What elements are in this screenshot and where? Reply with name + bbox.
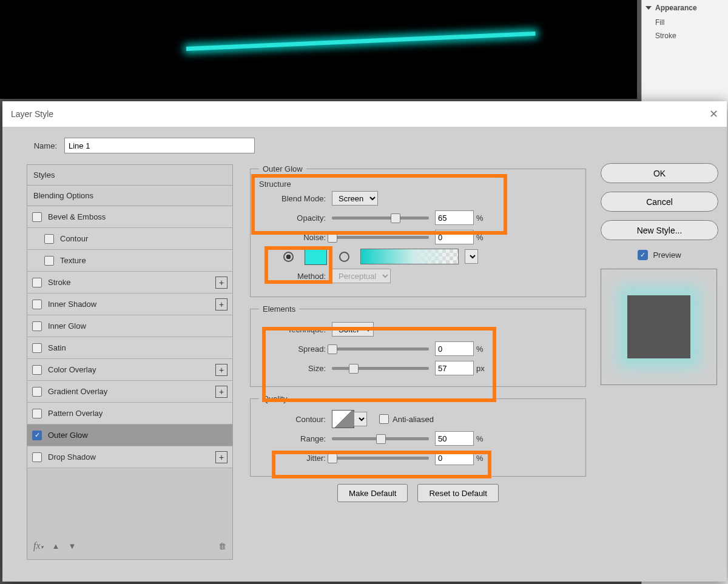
blend-mode-label: Blend Mode:	[259, 194, 332, 203]
layer-style-dialog: Layer Style ✕ Name: Styles Blending Opti…	[2, 101, 727, 582]
contour-thumbnail[interactable]	[332, 410, 354, 428]
checkbox-icon[interactable]	[32, 321, 42, 331]
opacity-label: Opacity:	[259, 213, 332, 223]
new-style-button[interactable]: New Style...	[601, 220, 718, 240]
color-radio[interactable]	[283, 252, 294, 262]
styles-header[interactable]: Styles	[27, 165, 232, 186]
noise-input[interactable]	[435, 230, 474, 244]
structure-legend: Structure	[259, 180, 291, 189]
opacity-input[interactable]	[435, 210, 474, 225]
make-default-button[interactable]: Make Default	[337, 484, 408, 502]
style-outer-glow[interactable]: ✓Outer Glow	[27, 425, 232, 446]
style-gradient-overlay[interactable]: Gradient Overlay+	[27, 381, 232, 403]
gradient-radio[interactable]	[339, 252, 349, 262]
layer-name-input[interactable]	[64, 138, 255, 153]
antialias-checkbox[interactable]	[379, 414, 389, 424]
trash-icon[interactable]: 🗑	[218, 542, 226, 551]
checkbox-icon[interactable]	[44, 234, 54, 244]
checkbox-icon[interactable]	[32, 452, 42, 462]
plus-icon[interactable]: +	[215, 298, 228, 310]
checkbox-icon[interactable]	[32, 212, 42, 222]
style-texture[interactable]: Texture	[27, 250, 232, 272]
technique-label: Technique:	[259, 325, 332, 334]
chevron-down-icon	[645, 6, 652, 10]
range-input[interactable]	[435, 431, 474, 446]
style-drop-shadow[interactable]: Drop Shadow+	[27, 446, 232, 468]
styles-list-panel: Styles Blending Options Bevel & Emboss C…	[27, 164, 233, 560]
style-contour[interactable]: Contour	[27, 228, 232, 250]
size-input[interactable]	[435, 361, 474, 375]
document-canvas	[0, 0, 637, 99]
arrow-up-icon[interactable]: ▲	[52, 542, 60, 551]
checkbox-icon[interactable]	[32, 365, 42, 375]
range-slider[interactable]	[332, 437, 429, 440]
jitter-label: Jitter:	[259, 454, 332, 463]
checkbox-icon[interactable]	[32, 278, 42, 287]
glow-gradient-bar[interactable]	[360, 249, 459, 264]
spread-input[interactable]	[435, 341, 474, 356]
reset-default-button[interactable]: Reset to Default	[417, 484, 499, 502]
close-icon[interactable]: ✕	[709, 101, 718, 127]
checkbox-icon[interactable]	[32, 409, 42, 418]
blending-options-header[interactable]: Blending Options	[27, 186, 232, 206]
ok-button[interactable]: OK	[601, 163, 718, 183]
checkbox-icon[interactable]	[32, 300, 42, 309]
style-bevel-emboss[interactable]: Bevel & Emboss	[27, 206, 232, 228]
jitter-slider[interactable]	[332, 457, 429, 460]
preview-checkbox[interactable]: ✓	[638, 250, 648, 260]
technique-select[interactable]: Softer	[332, 322, 374, 337]
preview-label: Preview	[653, 250, 681, 260]
checkbox-icon[interactable]	[44, 256, 54, 266]
method-label: Method:	[259, 272, 332, 281]
style-satin[interactable]: Satin	[27, 337, 232, 359]
contour-label: Contour:	[259, 415, 332, 424]
checkbox-icon[interactable]: ✓	[32, 431, 42, 440]
spread-label: Spread:	[259, 344, 332, 354]
fx-icon[interactable]: fx▾	[33, 540, 44, 551]
name-label: Name:	[21, 141, 57, 150]
style-inner-shadow[interactable]: Inner Shadow+	[27, 294, 232, 315]
glow-color-swatch[interactable]	[305, 248, 327, 265]
appearance-header: Appearance	[655, 4, 697, 12]
plus-icon[interactable]: +	[215, 364, 228, 376]
antialias-label: Anti-aliased	[393, 415, 434, 424]
arrow-down-icon[interactable]: ▼	[68, 542, 76, 551]
size-slider[interactable]	[332, 367, 429, 370]
dialog-title: Layer Style	[11, 101, 53, 127]
contour-dropdown[interactable]	[354, 412, 367, 426]
plus-icon[interactable]: +	[215, 386, 228, 398]
style-inner-glow[interactable]: Inner Glow	[27, 315, 232, 337]
noise-label: Noise:	[259, 233, 332, 242]
blend-mode-select[interactable]: Screen	[332, 191, 378, 206]
dialog-actions: OK Cancel New Style... ✓ Preview	[601, 163, 718, 385]
outer-glow-settings: Outer Glow Structure Blend Mode: Screen …	[250, 164, 586, 502]
style-stroke[interactable]: Stroke+	[27, 272, 232, 294]
plus-icon[interactable]: +	[215, 451, 228, 463]
jitter-input[interactable]	[435, 451, 474, 465]
checkbox-icon[interactable]	[32, 343, 42, 353]
method-select[interactable]: Perceptual	[332, 269, 391, 283]
neon-stroke-sample	[186, 32, 536, 51]
opacity-slider[interactable]	[332, 216, 429, 220]
checkbox-icon[interactable]	[32, 387, 42, 397]
cancel-button[interactable]: Cancel	[601, 192, 718, 212]
noise-slider[interactable]	[332, 236, 429, 239]
stroke-label: Stroke	[655, 32, 676, 40]
elements-legend: Elements	[259, 304, 299, 314]
plus-icon[interactable]: +	[215, 277, 228, 289]
style-color-overlay[interactable]: Color Overlay+	[27, 359, 232, 381]
preview-thumbnail	[601, 269, 717, 385]
size-label: Size:	[259, 364, 332, 373]
range-label: Range:	[259, 434, 332, 443]
outer-glow-legend: Outer Glow	[259, 164, 306, 173]
quality-legend: Quality	[259, 394, 291, 403]
style-pattern-overlay[interactable]: Pattern Overlay	[27, 403, 232, 425]
fill-label: Fill	[655, 18, 664, 27]
gradient-dropdown[interactable]	[465, 249, 478, 264]
preview-glow-square	[627, 295, 690, 358]
spread-slider[interactable]	[332, 347, 429, 351]
